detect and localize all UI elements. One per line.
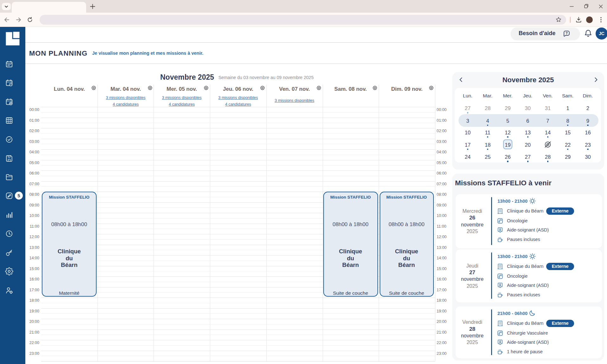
svg-text:?: ? [566,31,568,35]
